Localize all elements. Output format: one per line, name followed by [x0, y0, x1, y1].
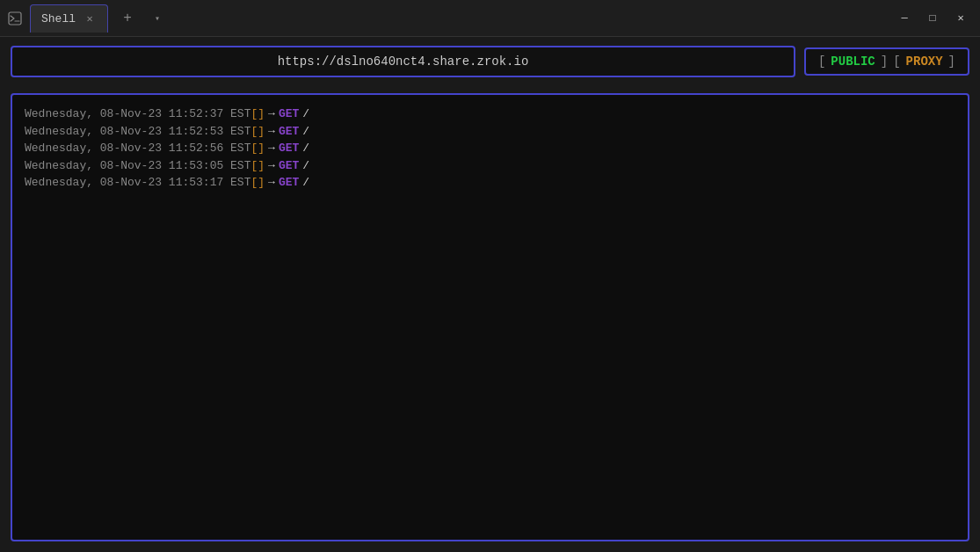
- badges-container: [ PUBLIC ] [ PROXY ]: [804, 47, 969, 76]
- log-line-0: Wednesday, 08-Nov-23 11:52:37 EST [] → G…: [25, 105, 955, 123]
- log-method-2: GET: [279, 140, 299, 157]
- log-arrow-0: →: [268, 105, 275, 123]
- log-path-3: /: [302, 157, 309, 175]
- tab-dropdown-button[interactable]: ▾: [147, 8, 168, 29]
- log-method-1: GET: [279, 123, 299, 141]
- log-path-2: /: [302, 140, 309, 157]
- log-timestamp-1: Wednesday, 08-Nov-23 11:52:53 EST: [25, 123, 250, 141]
- maximize-button[interactable]: □: [920, 6, 945, 31]
- log-path-0: /: [302, 105, 309, 123]
- log-line-2: Wednesday, 08-Nov-23 11:52:56 EST [] → G…: [25, 140, 955, 157]
- public-bracket-close: ]: [881, 54, 888, 69]
- log-path-1: /: [302, 123, 309, 141]
- log-line-1: Wednesday, 08-Nov-23 11:52:53 EST [] → G…: [25, 123, 955, 141]
- log-line-4: Wednesday, 08-Nov-23 11:53:17 EST [] → G…: [25, 174, 955, 192]
- log-path-4: /: [302, 174, 309, 192]
- log-arrow-3: →: [268, 157, 275, 175]
- url-bar-area: [ PUBLIC ] [ PROXY ]: [0, 37, 980, 86]
- proxy-bracket-close: ]: [948, 54, 955, 69]
- tab-close-button[interactable]: ✕: [83, 11, 97, 25]
- shell-tab[interactable]: Shell ✕: [30, 4, 108, 33]
- window-controls: ─ □ ✕: [892, 6, 973, 31]
- log-arrow-1: →: [268, 123, 275, 141]
- log-timestamp-2: Wednesday, 08-Nov-23 11:52:56 EST: [25, 140, 250, 157]
- url-input[interactable]: [11, 46, 795, 77]
- log-method-0: GET: [279, 105, 299, 123]
- log-timestamp-3: Wednesday, 08-Nov-23 11:53:05 EST: [25, 157, 250, 175]
- log-line-3: Wednesday, 08-Nov-23 11:53:05 EST [] → G…: [25, 157, 955, 175]
- title-bar-left: Shell ✕ + ▾: [7, 4, 892, 33]
- title-bar: Shell ✕ + ▾ ─ □ ✕: [0, 0, 980, 37]
- log-bracket-open-4: []: [250, 174, 265, 192]
- public-badge: PUBLIC: [831, 54, 875, 69]
- minimize-button[interactable]: ─: [892, 6, 917, 31]
- log-arrow-4: →: [268, 174, 275, 192]
- proxy-badge: PROXY: [906, 54, 943, 69]
- log-timestamp-0: Wednesday, 08-Nov-23 11:52:37 EST: [25, 105, 250, 123]
- log-timestamp-4: Wednesday, 08-Nov-23 11:53:17 EST: [25, 174, 250, 192]
- close-button[interactable]: ✕: [948, 6, 973, 31]
- log-bracket-open-0: []: [250, 105, 265, 123]
- tab-label: Shell: [41, 12, 76, 25]
- proxy-bracket-open: [: [893, 54, 900, 69]
- terminal-container: Wednesday, 08-Nov-23 11:52:37 EST [] → G…: [0, 86, 980, 552]
- svg-rect-0: [9, 12, 21, 25]
- terminal-icon: [7, 11, 23, 26]
- new-tab-button[interactable]: +: [115, 6, 140, 31]
- public-bracket-open: [: [818, 54, 825, 69]
- log-arrow-2: →: [268, 140, 275, 157]
- log-method-4: GET: [279, 174, 299, 192]
- terminal[interactable]: Wednesday, 08-Nov-23 11:52:37 EST [] → G…: [11, 93, 969, 541]
- log-bracket-open-3: []: [250, 157, 265, 175]
- log-bracket-open-2: []: [250, 140, 265, 157]
- log-method-3: GET: [279, 157, 299, 175]
- log-bracket-open-1: []: [250, 123, 265, 141]
